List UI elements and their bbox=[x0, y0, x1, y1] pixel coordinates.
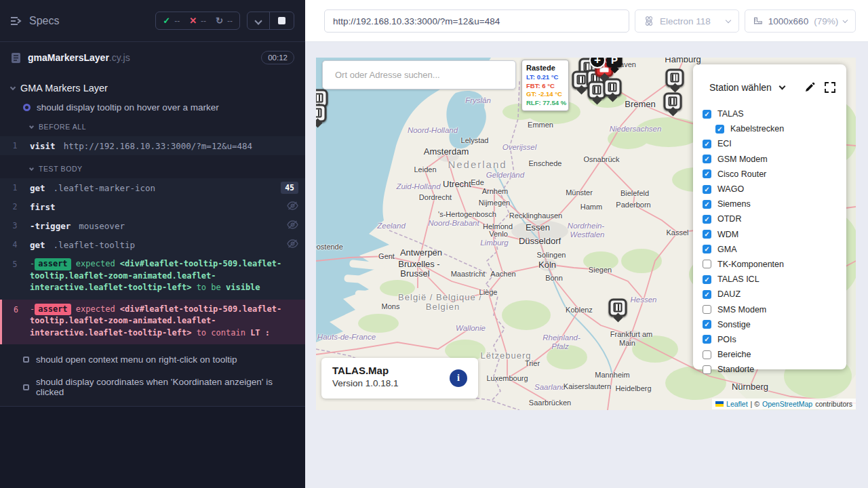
checkbox-label: TALAS ICL bbox=[717, 274, 760, 284]
map-label: Brussel bbox=[400, 268, 429, 279]
pending-test-row[interactable]: should open context menu on right-click … bbox=[0, 348, 305, 371]
marker-tooltip[interactable]: Rastede LT: 0.21 °CFBT: 6 °CGT: -2.14 °C… bbox=[521, 60, 569, 111]
osm-link[interactable]: OpenStreetMap bbox=[762, 400, 812, 408]
checkbox-checked[interactable]: ✓ bbox=[703, 155, 711, 163]
checkbox-checked[interactable]: ✓ bbox=[703, 245, 711, 253]
suite-row[interactable]: GMA Markers Layer bbox=[0, 77, 305, 98]
search-input[interactable] bbox=[322, 60, 516, 89]
command-row[interactable]: 2first bbox=[0, 197, 305, 216]
check-icon: ✓ bbox=[163, 16, 170, 26]
assert-failed-row[interactable]: 6-assert expected <div#leaflet-tooltip-5… bbox=[0, 300, 305, 345]
station-checkbox-row[interactable]: ✓TALAS ICL bbox=[703, 272, 846, 287]
checkbox-checked[interactable]: ✓ bbox=[703, 320, 711, 329]
pending-test-row[interactable]: should display coordinates when 'Koordin… bbox=[0, 371, 305, 403]
active-test-row[interactable]: should display tooltip on hover over a m… bbox=[0, 98, 305, 117]
checkbox-checked[interactable]: ✓ bbox=[715, 125, 724, 134]
station-checkbox-row[interactable]: ✓GSM Modem bbox=[703, 152, 846, 167]
station-checkbox-row[interactable]: ✓TALAS bbox=[703, 106, 846, 121]
station-marker[interactable] bbox=[666, 69, 684, 87]
checkbox-checked[interactable]: ✓ bbox=[703, 215, 711, 224]
spec-file-row[interactable]: gmaMarkersLayer.cy.js 00:12 bbox=[0, 42, 305, 73]
map-label: Overijssel bbox=[502, 143, 536, 151]
checkbox-unchecked[interactable] bbox=[703, 260, 711, 268]
expand-icon[interactable] bbox=[825, 82, 835, 93]
checkbox-unchecked[interactable] bbox=[703, 350, 711, 359]
map-label: Trier bbox=[525, 359, 540, 367]
station-checkbox-row[interactable]: ✓Sonstige bbox=[703, 317, 846, 332]
checkbox-checked[interactable]: ✓ bbox=[703, 140, 711, 148]
command-row[interactable]: 1visithttp://192.168.10.33:3000/?m=12&u=… bbox=[0, 136, 305, 155]
specs-menu-icon[interactable] bbox=[11, 16, 22, 26]
station-checkbox-row[interactable]: ✓WDM bbox=[703, 227, 846, 242]
run-stats: ✓--✕--↻-- bbox=[155, 12, 240, 30]
checkbox-checked[interactable]: ✓ bbox=[703, 200, 711, 209]
stop-run-button[interactable] bbox=[269, 12, 294, 29]
checkbox-unchecked[interactable] bbox=[703, 305, 711, 314]
station-checkbox-row[interactable]: Bereiche bbox=[703, 347, 846, 362]
station-checkbox-row[interactable]: ✓Cisco Router bbox=[703, 167, 846, 182]
info-icon[interactable]: i bbox=[450, 369, 467, 387]
checkbox-label: SMS Modem bbox=[717, 305, 766, 314]
panel-title[interactable]: Station wählen bbox=[709, 82, 772, 93]
viewport-select[interactable]: 1000x660 (79%) bbox=[745, 9, 856, 33]
specs-title[interactable]: Specs bbox=[29, 15, 59, 27]
station-marker[interactable] bbox=[664, 93, 682, 111]
map-label: Enschede bbox=[529, 159, 562, 167]
leaflet-map[interactable]: FryslânNoord-HollandLelystadAmsterdamNed… bbox=[316, 58, 856, 410]
checkbox-label: OTDR bbox=[717, 214, 741, 224]
before-all-commands: 1visithttp://192.168.10.33:3000/?m=12&u=… bbox=[0, 136, 305, 155]
station-checkbox-row[interactable]: ✓Kabelstrecken bbox=[703, 121, 846, 136]
command-row[interactable]: 1get.leaflet-marker-icon45 bbox=[0, 178, 305, 197]
map-label: Aachen bbox=[490, 270, 515, 278]
checkbox-checked[interactable]: ✓ bbox=[703, 230, 711, 239]
test-running-icon bbox=[23, 104, 31, 111]
station-checkbox-row[interactable]: ✓OTDR bbox=[703, 211, 846, 226]
station-checkbox-row[interactable]: Standorte bbox=[703, 362, 846, 377]
spec-file-icon bbox=[11, 52, 21, 64]
checkbox-checked[interactable]: ✓ bbox=[703, 275, 711, 284]
station-checkbox-row[interactable]: ✓Siemens bbox=[703, 197, 846, 211]
station-checkbox-row[interactable]: ✓DAUZ bbox=[703, 287, 846, 302]
checkbox-checked[interactable]: ✓ bbox=[703, 185, 711, 194]
checkbox-checked[interactable]: ✓ bbox=[703, 335, 711, 344]
checkbox-unchecked[interactable] bbox=[703, 365, 711, 374]
station-checkbox-row[interactable]: ✓POIs bbox=[703, 332, 846, 347]
station-checkbox-row[interactable]: ✓WAGO bbox=[703, 182, 846, 197]
hidden-eye-icon bbox=[287, 201, 298, 213]
map-label: Liège bbox=[479, 288, 498, 296]
chevron-down-icon[interactable] bbox=[778, 83, 785, 89]
station-marker[interactable] bbox=[609, 299, 627, 317]
chevron-down-icon bbox=[843, 18, 848, 23]
test-body-section[interactable]: TEST BODY bbox=[0, 159, 305, 176]
parking-marker[interactable]: P bbox=[607, 58, 623, 68]
checkbox-checked[interactable]: ✓ bbox=[703, 290, 711, 299]
station-marker[interactable] bbox=[316, 104, 327, 123]
url-bar[interactable]: http://192.168.10.33:3000/?m=12&u=484 bbox=[324, 9, 629, 33]
tooltip-value-row: LT: 0.21 °C bbox=[526, 73, 564, 82]
collapse-all-button[interactable] bbox=[248, 12, 269, 29]
map-label: Mons bbox=[382, 302, 400, 310]
map-label: Nordrhein- bbox=[568, 222, 604, 230]
command-row[interactable]: 3-triggermouseover bbox=[0, 216, 305, 235]
checkbox-checked[interactable]: ✓ bbox=[703, 169, 711, 178]
command-row[interactable]: 4get.leaflet-tooltip bbox=[0, 235, 305, 254]
map-label: Kassel bbox=[666, 228, 688, 237]
map-label: België / Belgique / bbox=[398, 292, 482, 302]
chevron-down-icon bbox=[10, 84, 16, 89]
edit-pencil-icon[interactable] bbox=[804, 82, 815, 93]
app-title: TALAS.Map bbox=[332, 365, 467, 376]
chevron-down-icon bbox=[726, 17, 731, 22]
leaflet-link[interactable]: Leaflet bbox=[726, 400, 748, 408]
fail-icon: ✕ bbox=[189, 16, 197, 26]
checkbox-checked[interactable]: ✓ bbox=[703, 110, 711, 119]
before-all-section[interactable]: BEFORE ALL bbox=[0, 117, 305, 134]
browser-select[interactable]: Electron 118 bbox=[635, 9, 739, 33]
station-checkbox-row[interactable]: ✓GMA bbox=[703, 242, 846, 257]
map-label: Noord-Holland bbox=[408, 126, 458, 134]
station-checkbox-row[interactable]: SMS Modem bbox=[703, 302, 846, 317]
station-checkbox-row[interactable]: TK-Komponenten bbox=[703, 257, 846, 272]
assert-passed-row[interactable]: 5-assert expected <div#leaflet-tooltip-5… bbox=[0, 254, 305, 300]
map-label: Heidelberg bbox=[615, 384, 651, 392]
station-checkbox-row[interactable]: ✓ECI bbox=[703, 136, 846, 151]
station-marker[interactable] bbox=[604, 79, 622, 97]
